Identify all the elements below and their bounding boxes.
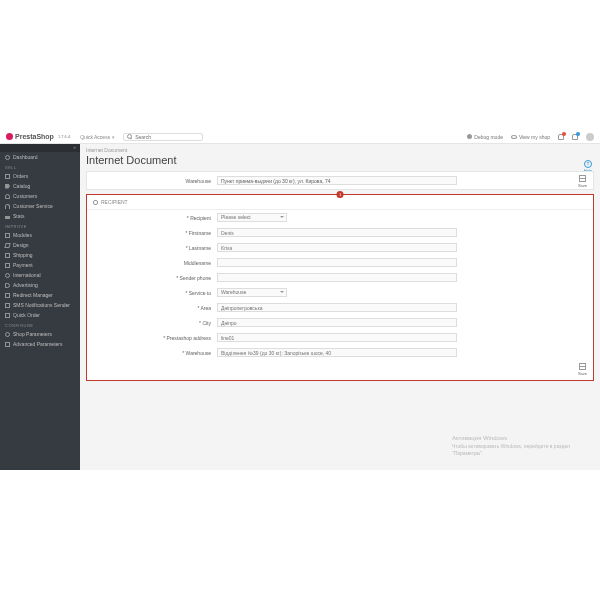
lastname-input[interactable] bbox=[217, 243, 457, 252]
error-badge: 1 bbox=[337, 191, 344, 198]
search-input[interactable] bbox=[135, 134, 195, 140]
senderphone-label: Sender phone bbox=[180, 275, 211, 281]
area-input[interactable] bbox=[217, 303, 457, 312]
city-label: City bbox=[202, 320, 211, 326]
psaddress-label: Prestashop address bbox=[167, 335, 211, 341]
brand-version: 1.7.6.4 bbox=[58, 134, 70, 139]
notif-badge bbox=[562, 132, 566, 136]
sidebar-item-payment[interactable]: Payment bbox=[0, 260, 80, 270]
sidebar-item-international[interactable]: International bbox=[0, 270, 80, 280]
sidebar-item-shipping[interactable]: Shipping bbox=[0, 250, 80, 260]
brand-logo-icon bbox=[6, 133, 13, 140]
quick-order-icon bbox=[5, 313, 10, 318]
brand-name: PrestaShop bbox=[15, 133, 54, 140]
sidebar-item-quick-order[interactable]: Quick Order bbox=[0, 310, 80, 320]
warehouse-strip: Warehouse Пункт приема-выдачи (до 30 кг)… bbox=[86, 171, 594, 190]
brush-icon bbox=[4, 243, 10, 248]
notifications-button[interactable] bbox=[558, 134, 564, 140]
sidebar-item-design[interactable]: Design bbox=[0, 240, 80, 250]
sidebar-item-customer-service[interactable]: Customer Service bbox=[0, 201, 80, 211]
sidebar-section-configure: CONFIGURE bbox=[0, 320, 80, 329]
help-icon: ? bbox=[584, 160, 592, 168]
sidebar-item-customers[interactable]: Customers bbox=[0, 191, 80, 201]
save-icon bbox=[579, 175, 586, 182]
globe-icon bbox=[5, 273, 10, 278]
breadcrumb: Internet Document bbox=[80, 144, 600, 153]
search-wrap bbox=[123, 133, 203, 141]
panel-warehouse-label: Warehouse bbox=[186, 350, 211, 356]
user-icon bbox=[5, 194, 10, 199]
avatar[interactable] bbox=[586, 133, 594, 141]
page-title: Internet Document bbox=[80, 153, 600, 171]
panel-warehouse-input[interactable] bbox=[217, 348, 457, 357]
save-button-top[interactable]: Save bbox=[578, 175, 587, 188]
stats-icon bbox=[5, 216, 10, 219]
sidebar-section-improve: IMPROVE bbox=[0, 221, 80, 230]
card-icon bbox=[5, 263, 10, 268]
gear-icon bbox=[5, 332, 10, 337]
file-icon bbox=[5, 174, 10, 179]
wrench-icon bbox=[5, 342, 10, 347]
quick-access-menu[interactable]: Quick Access bbox=[80, 134, 110, 140]
sidebar-item-catalog[interactable]: Catalog bbox=[0, 181, 80, 191]
warehouse-label: Warehouse bbox=[87, 178, 217, 184]
sidebar-item-orders[interactable]: Orders bbox=[0, 171, 80, 181]
psaddress-input[interactable] bbox=[217, 333, 457, 342]
brand: PrestaShop 1.7.6.4 bbox=[6, 133, 70, 140]
sidebar-item-advertising[interactable]: Advertising bbox=[0, 280, 80, 290]
sidebar-item-advanced-parameters[interactable]: Advanced Parameters bbox=[0, 339, 80, 349]
area-label: Area bbox=[200, 305, 211, 311]
sidebar: « Dashboard SELL Orders Catalog Customer… bbox=[0, 144, 80, 470]
sidebar-item-modules[interactable]: Modules bbox=[0, 230, 80, 240]
sidebar-item-redirect-manager[interactable]: Redirect Manager bbox=[0, 290, 80, 300]
middlename-input[interactable] bbox=[217, 258, 457, 267]
bullhorn-icon bbox=[5, 283, 10, 288]
warehouse-input[interactable]: Пункт приема-выдачи (до 30 кг), ул. Киро… bbox=[217, 176, 457, 185]
messages-button[interactable] bbox=[572, 134, 578, 140]
save-button-bottom[interactable]: Save bbox=[578, 363, 587, 376]
puzzle-icon bbox=[5, 233, 10, 238]
sidebar-item-shop-parameters[interactable]: Shop Parameters bbox=[0, 329, 80, 339]
sms-icon bbox=[5, 303, 10, 308]
firstname-label: Firstname bbox=[189, 230, 211, 236]
redirect-icon bbox=[5, 293, 10, 298]
sidebar-collapse-button[interactable]: « bbox=[0, 144, 80, 152]
lastname-label: Lastname bbox=[189, 245, 211, 251]
sidebar-item-stats[interactable]: Stats bbox=[0, 211, 80, 221]
view-shop-link[interactable]: View my shop bbox=[511, 134, 550, 140]
serviceto-select[interactable]: Warehouse bbox=[217, 288, 287, 297]
main: Internet Document Internet Document ? He… bbox=[80, 144, 600, 470]
save-icon bbox=[579, 363, 586, 370]
tag-icon bbox=[5, 184, 10, 189]
msg-badge bbox=[576, 132, 580, 136]
gauge-icon bbox=[5, 155, 10, 160]
chevron-down-icon: ▾ bbox=[112, 134, 115, 140]
middlename-label: Middlename bbox=[184, 260, 211, 266]
headset-icon bbox=[5, 204, 10, 209]
link-icon bbox=[93, 200, 98, 205]
recipient-select[interactable]: Please select bbox=[217, 213, 287, 222]
eye-icon bbox=[511, 135, 517, 139]
city-input[interactable] bbox=[217, 318, 457, 327]
sidebar-section-sell: SELL bbox=[0, 162, 80, 171]
search-icon bbox=[127, 134, 132, 139]
firstname-input[interactable] bbox=[217, 228, 457, 237]
sidebar-item-dashboard[interactable]: Dashboard bbox=[0, 152, 80, 162]
debug-mode-toggle[interactable]: Debug mode bbox=[467, 134, 503, 140]
truck-icon bbox=[5, 253, 10, 258]
topbar: PrestaShop 1.7.6.4 Quick Access ▾ Debug … bbox=[0, 130, 600, 144]
sidebar-item-sms[interactable]: SMS Notifications Sender bbox=[0, 300, 80, 310]
recipient-label: Recipient bbox=[190, 215, 211, 221]
bug-icon bbox=[467, 134, 472, 139]
senderphone-input[interactable] bbox=[217, 273, 457, 282]
recipient-panel: 1 RECIPIENT Recipient Please select Firs… bbox=[86, 194, 594, 381]
serviceto-label: Service to bbox=[189, 290, 211, 296]
windows-watermark: Активация Windows Чтобы активировать Win… bbox=[452, 435, 570, 456]
